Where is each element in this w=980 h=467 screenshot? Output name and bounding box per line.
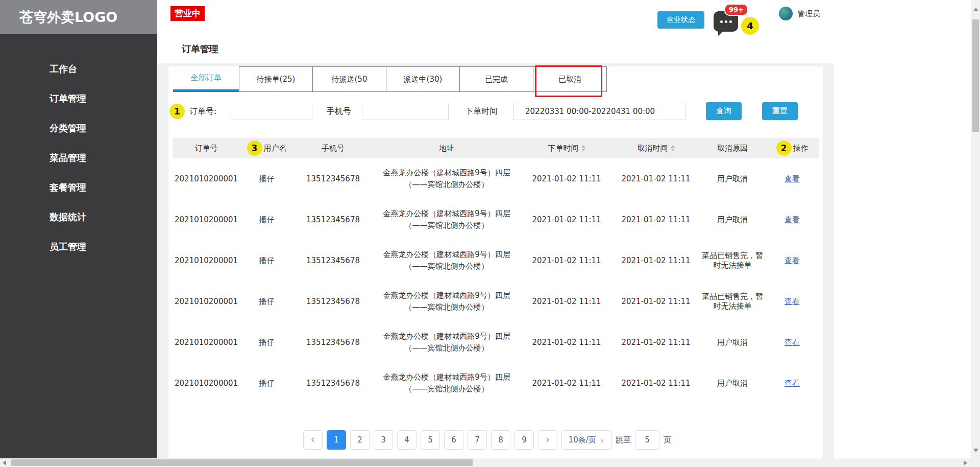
chevron-right-icon: › xyxy=(546,433,550,447)
phone-input[interactable] xyxy=(362,103,449,120)
column-header: 2操作 xyxy=(766,141,819,156)
vertical-scrollbar[interactable] xyxy=(971,0,980,458)
tab-item[interactable]: 派送中(30) xyxy=(386,66,460,92)
page-button[interactable]: 7 xyxy=(468,430,487,450)
tab-label: 已完成 xyxy=(485,75,508,84)
page-button[interactable]: 1 xyxy=(327,430,346,450)
action-cell: 查看 xyxy=(766,174,819,184)
page-button[interactable]: 5 xyxy=(421,430,440,450)
sidebar-item[interactable]: 数据统计 xyxy=(0,202,157,232)
scroll-right-icon[interactable] xyxy=(964,460,967,465)
page-size-value: 10条/页 xyxy=(569,435,596,445)
next-page-button[interactable]: › xyxy=(538,430,557,450)
sidebar-item[interactable]: 工作台 xyxy=(0,54,157,84)
page-size-select[interactable]: 10条/页 ∨ xyxy=(561,430,611,450)
page-button[interactable]: 2 xyxy=(350,430,370,450)
tab-active[interactable]: 全部订单 xyxy=(173,66,239,92)
view-link[interactable]: 查看 xyxy=(785,379,800,388)
orders-table: 订单号3用户名手机号地址下单时间取消时间取消原因2操作 202101020000… xyxy=(173,138,819,404)
order-no-cell: 2021010200001 xyxy=(173,174,240,183)
cancel-time-cell: 2021-01-02 11:11 xyxy=(612,256,699,265)
sort-asc-icon[interactable] xyxy=(581,145,585,148)
sort-carets-icon[interactable] xyxy=(671,145,675,151)
view-link[interactable]: 查看 xyxy=(785,338,800,347)
sort-desc-icon[interactable] xyxy=(581,149,585,151)
chevron-left-icon: ‹ xyxy=(311,433,315,447)
vertical-scrollbar-thumb[interactable] xyxy=(972,19,979,132)
view-link[interactable]: 查看 xyxy=(785,174,800,183)
cancel-reason-cell: 菜品已销售完，暂时无法接单 xyxy=(699,292,766,311)
table-row: 2021010200001播仔13512345678金燕龙办公楼（建材城西路9号… xyxy=(173,281,819,322)
column-header: 下单时间 xyxy=(521,144,612,153)
messages-count-badge: 99+ xyxy=(724,4,748,16)
tab-label: 已取消 xyxy=(558,75,581,84)
action-cell: 查看 xyxy=(766,256,819,266)
address-line1: 金燕龙办公楼（建材城西路9号）四层 xyxy=(375,371,519,383)
page-button[interactable]: 9 xyxy=(514,430,534,450)
order-no-cell: 2021010200001 xyxy=(173,379,240,388)
tab-item[interactable]: 待接单(25) xyxy=(239,66,313,92)
table-row: 2021010200001播仔13512345678金燕龙办公楼（建材城西路9号… xyxy=(173,322,819,363)
search-button[interactable]: 查询 xyxy=(706,102,742,120)
column-header-label: 订单号 xyxy=(195,144,218,153)
cancel-time-cell: 2021-01-02 11:11 xyxy=(612,379,699,388)
sidebar-item[interactable]: 菜品管理 xyxy=(0,143,157,173)
sidebar-item[interactable]: 分类管理 xyxy=(0,113,157,143)
order-tabs: 全部订单待接单(25)待派送(50派送中(30)已完成已取消 xyxy=(173,66,607,92)
view-link[interactable]: 查看 xyxy=(785,256,800,265)
cancel-reason-cell: 菜品已销售完，暂时无法接单 xyxy=(699,251,766,270)
table-row: 2021010200001播仔13512345678金燕龙办公楼（建材城西路9号… xyxy=(173,199,819,240)
jump-page-input[interactable] xyxy=(635,430,659,450)
action-cell: 查看 xyxy=(766,215,819,225)
column-header: 订单号 xyxy=(173,144,240,153)
view-link[interactable]: 查看 xyxy=(785,297,800,306)
content-card: 全部订单待接单(25)待派送(50派送中(30)已完成已取消 1 订单号: 手机… xyxy=(168,66,823,458)
order-time-cell: 2021-01-02 11:11 xyxy=(521,379,612,388)
table-body: 2021010200001播仔13512345678金燕龙办公楼（建材城西路9号… xyxy=(173,158,819,404)
sort-carets-icon[interactable] xyxy=(581,145,585,151)
page-button[interactable]: 4 xyxy=(397,430,416,450)
scroll-up-icon[interactable] xyxy=(973,8,978,11)
avatar[interactable] xyxy=(779,7,793,20)
order-no-input[interactable] xyxy=(230,103,312,120)
sidebar-item[interactable]: 套餐管理 xyxy=(0,173,157,202)
sort-desc-icon[interactable] xyxy=(671,149,675,151)
tab-label: 待接单(25) xyxy=(257,75,296,84)
phone-cell: 13512345678 xyxy=(293,174,373,183)
column-header: 取消原因 xyxy=(699,144,766,153)
order-time-range-input[interactable] xyxy=(513,103,686,120)
page-button[interactable]: 8 xyxy=(491,430,510,450)
prev-page-button[interactable]: ‹ xyxy=(303,430,323,450)
scroll-down-icon[interactable] xyxy=(973,449,978,452)
page-title: 订单管理 xyxy=(182,43,218,55)
address-line2: （——宾馆北侧办公楼） xyxy=(375,342,519,354)
action-cell: 查看 xyxy=(766,338,819,347)
address-line1: 金燕龙办公楼（建材城西路9号）四层 xyxy=(375,167,519,179)
horizontal-scrollbar[interactable] xyxy=(0,458,980,467)
page-button[interactable]: 6 xyxy=(444,430,463,450)
page-button[interactable]: 3 xyxy=(374,430,393,450)
sort-asc-icon[interactable] xyxy=(671,145,675,148)
scroll-left-icon[interactable] xyxy=(3,460,6,465)
business-status-button[interactable]: 营业状态 xyxy=(657,11,704,29)
phone-cell: 13512345678 xyxy=(293,215,373,224)
view-link[interactable]: 查看 xyxy=(785,215,800,224)
horizontal-scrollbar-thumb[interactable] xyxy=(11,459,473,466)
username-cell: 播仔 xyxy=(240,338,293,347)
address-cell: 金燕龙办公楼（建材城西路9号）四层（——宾馆北侧办公楼） xyxy=(373,290,521,313)
reset-button[interactable]: 重置 xyxy=(762,102,798,120)
app-window: 苍穹外卖LOGO 营业中 订单管理 营业状态 99+ 4 管理员 工作台订单管理… xyxy=(0,0,980,467)
column-header-label: 用户名 xyxy=(264,144,287,153)
tab-item[interactable]: 已取消 xyxy=(533,66,607,92)
sidebar-item[interactable]: 员工管理 xyxy=(0,232,157,262)
phone-cell: 13512345678 xyxy=(293,379,373,388)
order-no-cell: 2021010200001 xyxy=(173,256,240,265)
order-time-cell: 2021-01-02 11:11 xyxy=(521,215,612,224)
tab-item[interactable]: 待派送(50 xyxy=(312,66,386,92)
tab-item[interactable]: 已完成 xyxy=(459,66,533,92)
address-line2: （——宾馆北侧办公楼） xyxy=(375,179,519,191)
table-row: 2021010200001播仔13512345678金燕龙办公楼（建材城西路9号… xyxy=(173,240,819,281)
sidebar-item[interactable]: 订单管理 xyxy=(0,84,157,113)
address-line2: （——宾馆北侧办公楼） xyxy=(375,301,519,313)
pagination: ‹ 123456789 › 10条/页 ∨ 跳至 页 xyxy=(303,430,671,450)
